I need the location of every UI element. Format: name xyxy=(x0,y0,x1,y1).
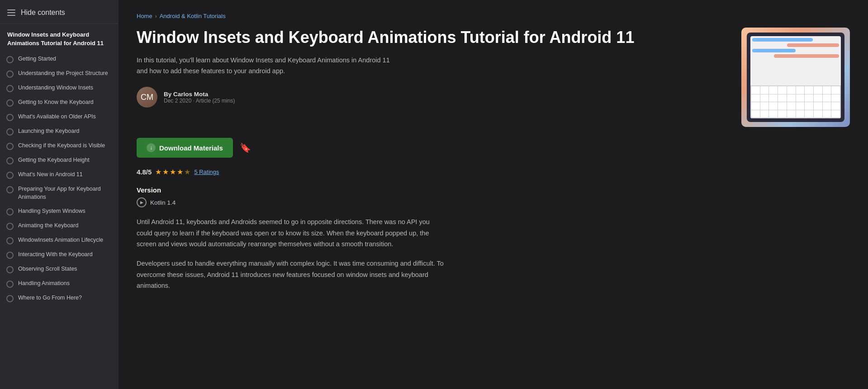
author-initials: CM xyxy=(141,93,153,102)
chat-bubble-1 xyxy=(752,38,813,42)
sidebar-item-handling-system-windows[interactable]: Handling System Windows xyxy=(0,204,119,219)
sidebar-item-checking-keyboard-visible[interactable]: Checking if the Keyboard is Visible xyxy=(0,139,119,153)
page-description: In this tutorial, you'll learn about Win… xyxy=(137,55,390,77)
chat-bubble-3 xyxy=(752,49,796,52)
sidebar-item-understanding-project[interactable]: Understanding the Project Structure xyxy=(0,66,119,81)
phone-chat xyxy=(750,36,841,85)
author-name: By Carlos Mota xyxy=(164,91,235,98)
sidebar-item-label-getting-keyboard-height: Getting the Keyboard Height xyxy=(18,156,90,164)
version-label: Version xyxy=(137,186,850,194)
breadcrumb-home[interactable]: Home xyxy=(137,13,152,19)
sidebar-item-whats-new-android11[interactable]: What's New in Android 11 xyxy=(0,168,119,182)
download-icon: ↓ xyxy=(147,143,156,152)
circle-icon-handling-system-windows xyxy=(6,208,14,216)
circle-icon-whats-available xyxy=(6,114,14,121)
sidebar-item-label-preparing-app: Preparing Your App for Keyboard Animatio… xyxy=(18,185,112,201)
circle-icon-understanding-project xyxy=(6,70,14,78)
sidebar-item-label-whats-new-android11: What's New in Android 11 xyxy=(18,171,83,179)
bookmark-button[interactable]: 🔖 xyxy=(237,140,254,156)
sidebar-item-windowinsets-lifecycle[interactable]: WindowInsets Animation Lifecycle xyxy=(0,233,119,248)
star-5: ★ xyxy=(184,168,190,176)
phone-screen xyxy=(750,36,841,118)
sidebar-item-label-observing-scroll-states: Observing Scroll States xyxy=(18,265,77,273)
kotlin-version: Kotlin 1.4 xyxy=(150,199,175,206)
sidebar-item-label-launching-keyboard: Launching the Keyboard xyxy=(18,127,80,136)
chat-bubble-2 xyxy=(787,43,839,47)
sidebar-item-label-handling-animations: Handling Animations xyxy=(18,280,70,288)
page-title: Window Insets and Keyboard Animations Tu… xyxy=(137,28,727,47)
sidebar-title-block: Window Insets and Keyboard Animations Tu… xyxy=(0,24,119,52)
version-section: Version ▶ Kotlin 1.4 xyxy=(137,186,850,207)
body-paragraph-2: Developers used to handle everything man… xyxy=(137,258,444,291)
rating-row: 4.8/5 ★ ★ ★ ★ ★ 5 Ratings xyxy=(137,168,850,176)
sidebar-item-handling-animations[interactable]: Handling Animations xyxy=(0,277,119,291)
sidebar-item-preparing-app[interactable]: Preparing Your App for Keyboard Animatio… xyxy=(0,182,119,204)
sidebar-item-interacting-keyboard[interactable]: Interacting With the Keyboard xyxy=(0,248,119,262)
circle-icon-getting-keyboard-height xyxy=(6,157,14,164)
circle-icon-where-to-go xyxy=(6,295,14,302)
sidebar: Hide contents Window Insets and Keyboard… xyxy=(0,0,119,389)
sidebar-item-observing-scroll-states[interactable]: Observing Scroll States xyxy=(0,262,119,277)
circle-icon-animating-keyboard xyxy=(6,223,14,230)
author-meta: Dec 2 2020 · Article (25 mins) xyxy=(164,98,235,104)
sidebar-item-where-to-go[interactable]: Where to Go From Here? xyxy=(0,291,119,305)
sidebar-item-label-understanding-window: Understanding Window Insets xyxy=(18,84,93,92)
ratings-link[interactable]: 5 Ratings xyxy=(194,169,219,175)
sidebar-item-label-where-to-go: Where to Go From Here? xyxy=(18,294,82,302)
sidebar-item-label-animating-keyboard: Animating the Keyboard xyxy=(18,222,78,230)
play-icon: ▶ xyxy=(137,197,147,207)
sidebar-item-label-whats-available: What's Available on Older APIs xyxy=(18,113,96,121)
sidebar-item-getting-know-keyboard[interactable]: Getting to Know the Keyboard xyxy=(0,95,119,110)
author-row: CM By Carlos Mota Dec 2 2020 · Article (… xyxy=(137,87,727,108)
sidebar-item-animating-keyboard[interactable]: Animating the Keyboard xyxy=(0,219,119,233)
author-info: By Carlos Mota Dec 2 2020 · Article (25 … xyxy=(164,91,235,104)
sidebar-item-label-getting-started: Getting Started xyxy=(18,55,56,63)
stars: ★ ★ ★ ★ ★ xyxy=(155,168,190,176)
circle-icon-preparing-app xyxy=(6,186,14,193)
sidebar-item-whats-available[interactable]: What's Available on Older APIs xyxy=(0,110,119,124)
phone-keyboard xyxy=(750,85,841,118)
circle-icon-interacting-keyboard xyxy=(6,252,14,259)
star-3: ★ xyxy=(170,168,176,176)
sidebar-item-getting-keyboard-height[interactable]: Getting the Keyboard Height xyxy=(0,153,119,168)
breadcrumb: Home › Android & Kotlin Tutorials xyxy=(137,13,850,19)
content-top-row: Window Insets and Keyboard Animations Tu… xyxy=(137,28,850,127)
circle-icon-whats-new-android11 xyxy=(6,172,14,179)
hamburger-icon[interactable] xyxy=(7,8,16,17)
hero-image-inner xyxy=(747,33,844,122)
circle-icon-getting-started xyxy=(6,56,14,63)
breadcrumb-section[interactable]: Android & Kotlin Tutorials xyxy=(160,13,226,19)
sidebar-items: Getting Started Understanding the Projec… xyxy=(0,52,119,305)
main-content: Home › Android & Kotlin Tutorials Window… xyxy=(119,0,868,389)
star-1: ★ xyxy=(155,168,161,176)
sidebar-item-label-understanding-project: Understanding the Project Structure xyxy=(18,70,108,78)
download-label: Download Materials xyxy=(159,144,223,152)
sidebar-item-label-handling-system-windows: Handling System Windows xyxy=(18,207,85,216)
sidebar-book-title: Window Insets and Keyboard Animations Tu… xyxy=(7,31,104,47)
circle-icon-observing-scroll-states xyxy=(6,266,14,273)
sidebar-item-label-checking-keyboard-visible: Checking if the Keyboard is Visible xyxy=(18,142,105,150)
rating-score: 4.8/5 xyxy=(137,168,152,176)
circle-icon-handling-animations xyxy=(6,281,14,288)
breadcrumb-chevron: › xyxy=(155,13,157,19)
circle-icon-getting-know-keyboard xyxy=(6,99,14,107)
sidebar-header[interactable]: Hide contents xyxy=(0,0,119,24)
circle-icon-understanding-window xyxy=(6,85,14,92)
sidebar-item-label-windowinsets-lifecycle: WindowInsets Animation Lifecycle xyxy=(18,236,103,244)
bookmark-icon: 🔖 xyxy=(240,142,251,153)
sidebar-item-understanding-window[interactable]: Understanding Window Insets xyxy=(0,81,119,95)
download-button[interactable]: ↓ Download Materials xyxy=(137,138,233,158)
sidebar-item-label-getting-know-keyboard: Getting to Know the Keyboard xyxy=(18,98,94,107)
content-left: Window Insets and Keyboard Animations Tu… xyxy=(137,28,727,117)
circle-icon-checking-keyboard-visible xyxy=(6,143,14,150)
hero-image xyxy=(741,28,850,127)
circle-icon-launching-keyboard xyxy=(6,128,14,136)
hide-contents-label[interactable]: Hide contents xyxy=(21,9,65,17)
circle-icon-windowinsets-lifecycle xyxy=(6,237,14,244)
version-item: ▶ Kotlin 1.4 xyxy=(137,197,850,207)
actions-row: ↓ Download Materials 🔖 xyxy=(137,138,850,158)
sidebar-item-launching-keyboard[interactable]: Launching the Keyboard xyxy=(0,124,119,139)
sidebar-item-label-interacting-keyboard: Interacting With the Keyboard xyxy=(18,251,93,259)
author-avatar: CM xyxy=(137,87,157,108)
sidebar-item-getting-started[interactable]: Getting Started xyxy=(0,52,119,66)
